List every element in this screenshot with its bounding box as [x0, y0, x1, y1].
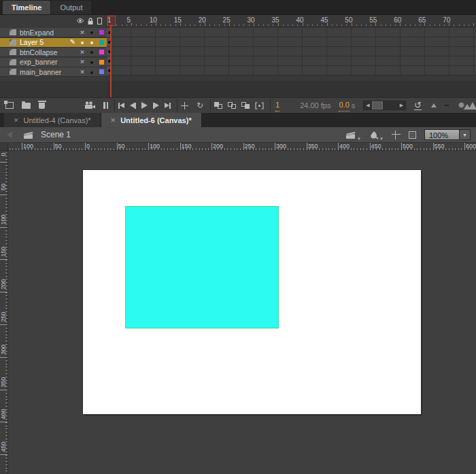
doc-tab-untitled-4[interactable]: ✕ Untitled-4 (Canvas)*: [4, 113, 101, 127]
layer-name[interactable]: exp_banner: [20, 58, 68, 66]
shorter-frames-button[interactable]: [431, 99, 437, 112]
ruler-major-tick: [401, 143, 402, 151]
layer-lock-toggle[interactable]: [87, 48, 97, 57]
outline-color-icon[interactable]: [97, 18, 102, 24]
ruler-tick: [50, 148, 51, 150]
layer-outline-color-swatch[interactable]: [99, 60, 104, 65]
modify-markers-button[interactable]: [255, 99, 264, 112]
frame-view-scrollbar[interactable]: ◀ ▶: [363, 101, 406, 110]
layer-outline-color-swatch[interactable]: [99, 30, 104, 35]
layer-name[interactable]: btnCollapse: [20, 48, 68, 56]
stage-zoom-value[interactable]: 100%: [424, 129, 460, 140]
large-frames-icon: [464, 102, 476, 109]
close-icon[interactable]: ✕: [14, 117, 19, 124]
edit-symbols-button[interactable]: ▼: [369, 129, 384, 141]
layer-row[interactable]: main_banner✕: [0, 67, 107, 77]
layer-lock-toggle[interactable]: [87, 37, 97, 47]
ruler-tick: [170, 24, 171, 26]
layer-frames-row[interactable]: [107, 37, 476, 47]
ruler-tick: [473, 23, 474, 26]
timeline-body: btnExpand✕Layer 5✎btnCollapse✕exp_banner…: [0, 15, 476, 97]
layer-frames-row[interactable]: [107, 56, 476, 66]
reset-timeline-zoom-button[interactable]: ↺: [414, 99, 422, 112]
close-icon[interactable]: ✕: [111, 117, 116, 124]
step-back-button[interactable]: [130, 99, 136, 112]
play-button[interactable]: [141, 99, 148, 112]
layer-row[interactable]: btnCollapse✕: [0, 48, 107, 57]
taller-frames-button[interactable]: [464, 99, 476, 112]
layer-lock-toggle[interactable]: [87, 67, 97, 77]
scrollbar-thumb[interactable]: [372, 101, 383, 109]
scroll-right-icon[interactable]: ▶: [398, 103, 405, 108]
layer-name[interactable]: main_banner: [20, 68, 68, 76]
layer-row[interactable]: btnExpand✕: [0, 28, 107, 37]
delete-layer-button[interactable]: [39, 99, 45, 112]
play-icon: [141, 102, 148, 109]
tab-output[interactable]: Output: [51, 1, 91, 14]
ruler-label: 100: [150, 143, 160, 150]
stage[interactable]: [83, 170, 421, 414]
stage-zoom-dropdown[interactable]: ▼: [460, 129, 471, 140]
layer-visibility-toggle[interactable]: ✕: [78, 28, 87, 37]
tab-timeline[interactable]: Timeline: [3, 1, 50, 14]
playhead-marker[interactable]: [107, 16, 116, 26]
ruler-tick: [5, 367, 7, 367]
ruler-major-tick: [148, 143, 149, 151]
scroll-left-icon[interactable]: ◀: [364, 103, 371, 108]
doc-tab-label: Untitled-6 (Canvas)*: [120, 116, 192, 124]
layer-row[interactable]: Layer 5✎: [0, 38, 107, 48]
ruler-label: 50: [118, 143, 125, 150]
add-camera-button[interactable]: [84, 99, 96, 112]
layer-visibility-toggle[interactable]: ✕: [78, 67, 87, 77]
go-to-last-frame-button[interactable]: [165, 99, 171, 112]
layer-visibility-toggle[interactable]: [78, 37, 87, 47]
frame-number: 15: [171, 16, 184, 24]
layer-frames-row[interactable]: [107, 47, 476, 56]
onion-skin-outlines-button[interactable]: [228, 99, 237, 112]
visibility-icon[interactable]: [76, 18, 84, 24]
layer-visibility-toggle[interactable]: ✕: [78, 57, 87, 67]
edit-multiple-frames-button[interactable]: [241, 99, 250, 112]
show-layer-depth-button[interactable]: [103, 99, 108, 112]
layer-outline-color-swatch[interactable]: [99, 50, 104, 54]
doc-tab-untitled-6[interactable]: ✕ Untitled-6 (Canvas)*: [101, 113, 202, 127]
new-layer-button[interactable]: [5, 99, 14, 112]
ruler-tick: [208, 148, 209, 150]
layer-name[interactable]: Layer 5: [20, 38, 68, 46]
ruler-tick: [110, 148, 111, 150]
small-frames-icon: [431, 103, 437, 107]
cyan-rectangle-shape[interactable]: [125, 206, 279, 328]
elapsed-time-field[interactable]: 0.0: [339, 99, 349, 112]
layer-frames-row[interactable]: [107, 28, 476, 37]
ruler-tick: [367, 148, 367, 150]
step-forward-button[interactable]: [153, 99, 159, 112]
frame-ruler[interactable]: 1510152025303540455055606570: [107, 16, 476, 27]
playhead-line[interactable]: [110, 26, 112, 97]
back-arrow-icon[interactable]: [7, 131, 12, 138]
go-to-first-frame-button[interactable]: [118, 99, 124, 112]
pasteboard[interactable]: [8, 151, 476, 474]
layer-frames-row[interactable]: [107, 66, 476, 75]
layer-name[interactable]: btnExpand: [20, 29, 68, 37]
layer-lock-toggle[interactable]: [87, 28, 97, 37]
layer-lock-toggle[interactable]: [87, 57, 97, 67]
timeline-zoom-slider[interactable]: [445, 101, 449, 109]
frame-rate-field[interactable]: 24.00 fps: [300, 99, 330, 112]
clip-content-button[interactable]: [409, 129, 416, 141]
layer-outline-color-swatch[interactable]: [99, 40, 104, 45]
loop-button[interactable]: ↻: [197, 99, 203, 112]
layer-outline-color-swatch[interactable]: [99, 69, 104, 74]
frames-grid[interactable]: [107, 28, 476, 75]
center-stage-button[interactable]: [392, 129, 401, 141]
layer-visibility-toggle[interactable]: ✕: [78, 48, 87, 57]
edit-scene-button[interactable]: ▼: [345, 129, 361, 141]
scene-name-label[interactable]: Scene 1: [41, 130, 71, 139]
center-frame-button[interactable]: [181, 99, 188, 112]
lock-icon[interactable]: [87, 18, 94, 25]
current-frame-field[interactable]: 1: [275, 99, 279, 112]
stage-zoom-control[interactable]: 100% ▼: [424, 129, 471, 140]
onion-skin-button[interactable]: [214, 99, 223, 112]
new-folder-button[interactable]: [22, 99, 31, 112]
layer-row[interactable]: exp_banner✕: [0, 58, 107, 67]
ruler-tick: [190, 24, 190, 26]
